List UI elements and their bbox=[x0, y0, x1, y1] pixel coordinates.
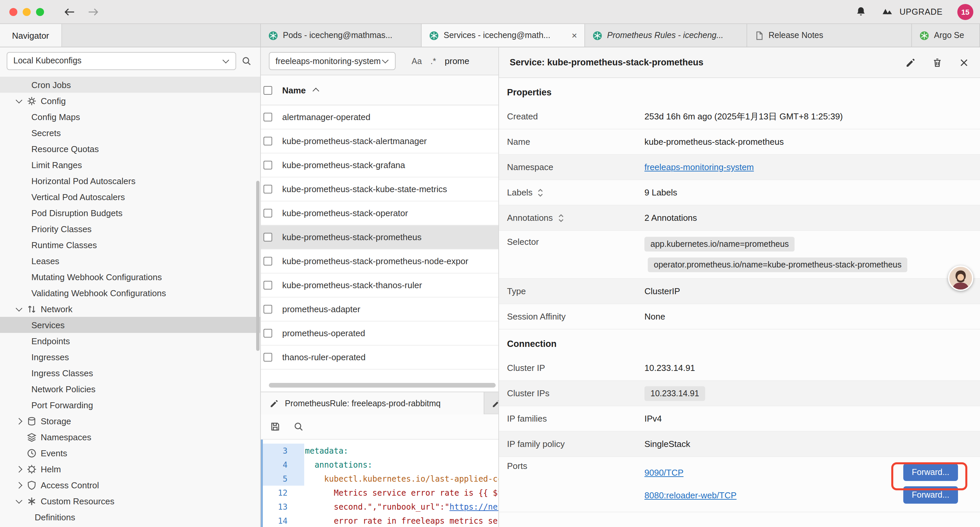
tab-label: Argo Se bbox=[934, 31, 964, 40]
sidebar-item-runtime-classes[interactable]: Runtime Classes bbox=[0, 237, 260, 253]
line-number: 13 bbox=[261, 502, 288, 511]
sidebar-item-services[interactable]: Services bbox=[0, 317, 260, 333]
sidebar-item-mutating-webhook-configurations[interactable]: Mutating Webhook Configurations bbox=[0, 269, 260, 285]
sidebar-item-secrets[interactable]: Secrets bbox=[0, 125, 260, 141]
sidebar-item-validating-webhook-configurations[interactable]: Validating Webhook Configurations bbox=[0, 285, 260, 301]
minimize-window-button[interactable] bbox=[23, 8, 31, 16]
close-tab-icon[interactable]: × bbox=[566, 31, 577, 40]
search-query-input[interactable]: prome bbox=[445, 56, 469, 66]
sort-updown-icon[interactable] bbox=[538, 188, 544, 197]
sidebar-item-leases[interactable]: Leases bbox=[0, 253, 260, 269]
detail-label: Labels bbox=[507, 188, 644, 197]
row-checkbox[interactable] bbox=[264, 305, 272, 314]
horizontal-scrollbar[interactable] bbox=[269, 383, 496, 388]
detail-label: Type bbox=[507, 286, 644, 296]
trash-icon[interactable] bbox=[932, 57, 943, 68]
name-column-header[interactable]: Name bbox=[282, 85, 306, 95]
search-icon[interactable] bbox=[242, 56, 251, 66]
detail-row-ip-families: IP families IPv4 bbox=[499, 406, 980, 431]
row-checkbox[interactable] bbox=[264, 185, 272, 193]
row-checkbox[interactable] bbox=[264, 281, 272, 290]
forward-arrow-icon[interactable] bbox=[88, 7, 99, 16]
sidebar-item-custom-resources[interactable]: Custom Resources bbox=[0, 493, 260, 509]
notification-count-badge[interactable]: 15 bbox=[957, 4, 973, 20]
row-checkbox[interactable] bbox=[264, 233, 272, 242]
namespace-selector[interactable]: freeleaps-monitoring-system bbox=[269, 52, 396, 70]
kubernetes-icon bbox=[592, 30, 602, 40]
line-number: 12 bbox=[261, 488, 288, 497]
detail-label: Session Affinity bbox=[507, 312, 644, 322]
user-avatar[interactable] bbox=[948, 266, 973, 291]
sidebar-item-config[interactable]: Config bbox=[0, 93, 260, 109]
port-link-8080[interactable]: 8080:reloader-web/TCP bbox=[644, 490, 737, 500]
sidebar-scrollbar[interactable] bbox=[256, 181, 259, 351]
sidebar-item-network-policies[interactable]: Network Policies bbox=[0, 381, 260, 397]
port-link-9090[interactable]: 9090/TCP bbox=[644, 467, 684, 477]
sidebar-item-config-maps[interactable]: Config Maps bbox=[0, 109, 260, 125]
dock-tab-prometheusrule[interactable]: PrometheusRule: freeleaps-prod-rabbitmq bbox=[261, 392, 484, 415]
notifications-bell-icon[interactable] bbox=[856, 6, 867, 18]
row-checkbox[interactable] bbox=[264, 329, 272, 338]
save-icon[interactable] bbox=[270, 422, 280, 431]
sort-ascending-icon[interactable] bbox=[313, 88, 320, 94]
sidebar-item-helm[interactable]: Helm bbox=[0, 461, 260, 477]
forward-button[interactable]: Forward... bbox=[903, 486, 958, 504]
zoom-window-button[interactable] bbox=[36, 8, 44, 16]
close-window-button[interactable] bbox=[10, 8, 18, 16]
tab-argo[interactable]: Argo Se bbox=[912, 24, 980, 47]
sidebar-item-priority-classes[interactable]: Priority Classes bbox=[0, 221, 260, 237]
sidebar-item-port-forwarding[interactable]: Port Forwarding bbox=[0, 397, 260, 413]
detail-row-session-affinity: Session Affinity None bbox=[499, 304, 980, 330]
sidebar-item-ingress-classes[interactable]: Ingress Classes bbox=[0, 365, 260, 381]
detail-row-cluster-ips: Cluster IPs 10.233.14.91 bbox=[499, 381, 980, 406]
upgrade-button[interactable]: UPGRADE bbox=[881, 7, 943, 16]
tab-release-notes[interactable]: Release Notes bbox=[747, 24, 912, 47]
back-arrow-icon[interactable] bbox=[64, 7, 75, 16]
sidebar-item-vertical-pod-autoscalers[interactable]: Vertical Pod Autoscalers bbox=[0, 189, 260, 205]
edit-pencil-icon[interactable] bbox=[905, 57, 916, 68]
regex-toggle[interactable]: .* bbox=[431, 56, 436, 66]
upgrade-mountain-icon bbox=[881, 7, 894, 16]
sidebar-item-horizontal-pod-autoscalers[interactable]: Horizontal Pod Autoscalers bbox=[0, 173, 260, 189]
config-gear-icon bbox=[27, 96, 37, 106]
tab-prometheus-rules[interactable]: Prometheus Rules - icecheng... bbox=[585, 24, 747, 47]
navigator-tab[interactable]: Navigator bbox=[0, 24, 62, 47]
search-icon[interactable] bbox=[294, 422, 304, 431]
match-case-toggle[interactable]: Aa bbox=[412, 56, 422, 66]
row-checkbox[interactable] bbox=[264, 161, 272, 169]
window-tabs: Pods - icecheng@mathmas... Services - ic… bbox=[261, 24, 980, 47]
sidebar-item-definitions[interactable]: Definitions bbox=[0, 509, 260, 525]
sidebar-item-network[interactable]: Network bbox=[0, 301, 260, 317]
sidebar-item-resource-quotas[interactable]: Resource Quotas bbox=[0, 141, 260, 157]
sidebar-item-endpoints[interactable]: Endpoints bbox=[0, 333, 260, 349]
tab-pods[interactable]: Pods - icecheng@mathmas... bbox=[261, 24, 422, 47]
close-icon[interactable] bbox=[959, 57, 969, 68]
sort-updown-icon[interactable] bbox=[557, 213, 564, 223]
select-all-checkbox[interactable] bbox=[264, 86, 272, 94]
sidebar-item-ingresses[interactable]: Ingresses bbox=[0, 349, 260, 365]
sidebar-item-access-control[interactable]: Access Control bbox=[0, 477, 260, 493]
tab-services[interactable]: Services - icecheng@math... × bbox=[422, 24, 585, 47]
row-checkbox[interactable] bbox=[264, 257, 272, 266]
chevron-down-icon bbox=[15, 305, 23, 313]
sidebar-item-namespaces[interactable]: Namespaces bbox=[0, 429, 260, 445]
row-checkbox[interactable] bbox=[264, 137, 272, 145]
forward-button[interactable]: Forward... bbox=[903, 463, 958, 481]
row-checkbox[interactable] bbox=[264, 113, 272, 121]
upgrade-label: UPGRADE bbox=[900, 7, 943, 16]
namespaces-layers-icon bbox=[27, 432, 37, 442]
sidebar-item-cron-jobs[interactable]: Cron Jobs bbox=[0, 77, 260, 93]
kubeconfig-selector[interactable]: Local Kubeconfigs bbox=[7, 52, 236, 70]
sidebar-item-events[interactable]: Events bbox=[0, 445, 260, 461]
port-line: 8080:reloader-web/TCP Forward... bbox=[644, 484, 972, 506]
detail-row-labels: Labels 9 Labels bbox=[499, 180, 980, 205]
row-checkbox[interactable] bbox=[264, 209, 272, 218]
detail-row-namespace: Namespace freeleaps-monitoring-system bbox=[499, 155, 980, 180]
sidebar-item-storage[interactable]: Storage bbox=[0, 413, 260, 429]
row-checkbox[interactable] bbox=[264, 353, 272, 361]
kubeconfig-selector-value: Local Kubeconfigs bbox=[13, 56, 81, 65]
sidebar-item-limit-ranges[interactable]: Limit Ranges bbox=[0, 157, 260, 173]
namespace-link[interactable]: freeleaps-monitoring-system bbox=[644, 162, 754, 172]
sidebar-item-pod-disruption-budgets[interactable]: Pod Disruption Budgets bbox=[0, 205, 260, 221]
detail-label: IP family policy bbox=[507, 439, 644, 449]
